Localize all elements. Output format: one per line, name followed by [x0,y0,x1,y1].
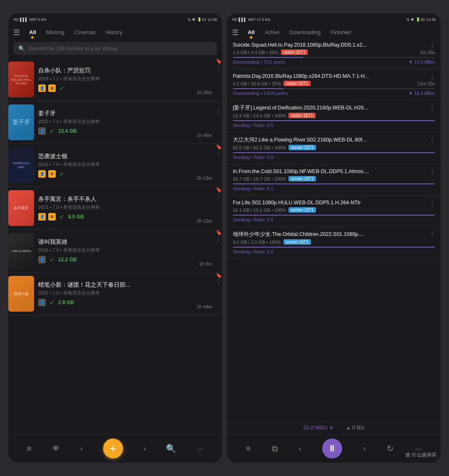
next-arrow-right[interactable]: › [363,444,366,453]
dl-status: Seeding • Ratio: 0.1 [233,186,435,191]
dl-size: 3.2 GB / 3.2 GB • 100% [233,240,281,245]
bt-icon: ✱ [192,17,195,22]
time-display: 12:46 [426,17,436,22]
dl-more-icon[interactable]: ⋮ [429,42,435,48]
tab-missing[interactable]: Missing [41,27,69,38]
file-size: 2.9 GB [58,300,74,305]
poster-hero: I AM A HERO [8,233,34,269]
network-speed: 17.4 K/s [257,17,270,22]
movie-icons: 👤 ✓ 13.4 GB [38,127,222,135]
play-pause-button[interactable]: ⏸ [322,439,342,459]
dl-progress-fill [233,247,435,248]
movie-meta: 2016 • 7.0 • 所有语言全分辨率 [38,161,222,168]
dl-meta: 16.1 GB / 16.1 GB • 100% sonarr-16T1 [233,207,435,213]
more-menu-icon[interactable]: ⋮ [215,192,222,200]
dl-status: Downloading • 14/29 peers ▼ 18.6 MB/s [233,91,435,96]
list-item[interactable]: PATRIOTS DAY 恐袭波士顿 2016 • 7.0 • 所有语言全分辨率… [8,144,222,187]
search-bar[interactable]: 🔍 Search the 196 movies in your library [13,42,217,55]
eye-icon[interactable]: 👁 [52,444,60,454]
dl-more-icon[interactable]: ⋮ [429,136,435,143]
dl-filename: 地球外少年少女.The.Orbital.Children.2022.S01.10… [233,231,429,238]
dl-more-icon[interactable]: ⋮ [429,73,435,79]
dl-status: Seeding • Ratio: 0.0 [233,155,435,160]
add-button[interactable]: + [103,439,123,459]
icon-gray: 👤 [38,127,46,135]
prev-arrow[interactable]: ‹ [80,444,83,453]
dl-tag: sonarr-16T1 [289,207,316,213]
dl-size: 1.6 GB / 4.4 GB • 35% [233,50,279,55]
list-item[interactable]: 蜡笔小新 蜡笔小新：谜团！花之天下春日部... 2021 • 7.0 • 所有语… [8,273,222,315]
dl-progress-bar [233,88,435,89]
dl-item[interactable]: Suicide.Squad.Hell.to.Pay.2018.1080p.Blu… [227,38,441,69]
more-menu-icon[interactable]: ⋮ [215,106,222,114]
movie-icons: 👤 ⚙ ✓ [38,170,222,178]
more-menu-icon[interactable]: ⋮ [215,63,222,71]
dl-title-row: Suicide.Squad.Hell.to.Pay.2018.1080p.Blu… [233,42,435,48]
dl-item[interactable]: 大江大河2.Like.a.Flowing.River.S02.2160p.WEB… [227,132,441,164]
filter-icon-right[interactable]: ≡ [246,444,251,454]
movie-info: 蜡笔小新：谜团！花之天下春日部... 2021 • 7.0 • 所有语言全分辨率… [38,281,222,306]
dl-item[interactable]: 地球外少年少女.The.Orbital.Children.2022.S01.10… [227,227,441,259]
signal-icon: ▌▌▌ [239,17,247,22]
icon-dot: ⚙ [48,84,56,92]
dl-progress-bar [233,215,435,216]
dl-item[interactable]: For.Life.S02.1080p.HULU.WEB-DL.DDP5.1.H.… [227,196,441,227]
prev-arrow-right[interactable]: ‹ [299,444,301,453]
tab-cinemas[interactable]: Cinemas [69,27,101,38]
dl-filename: In.From.the.Cold.S01.1080p.NF.WEB-DL.DDP… [233,169,429,174]
tab-all[interactable]: All [24,27,41,38]
movie-duration: 1h 44m [197,304,212,309]
more-menu-icon[interactable]: ⋮ [215,149,222,157]
speed-down-arrow: ▼ [329,425,334,430]
search-bottom-icon[interactable]: 🔍 [166,444,176,454]
right-hamburger-menu[interactable]: ☰ [232,28,239,37]
list-item[interactable]: 杀手寓言 杀手寓言：杀手不杀人 2021 • 7.0 • 所有语言全分辨率 👤 … [8,187,222,230]
dl-item[interactable]: In.From.the.Cold.S01.1080p.NF.WEB-DL.DDP… [227,164,441,196]
list-item[interactable]: I AM A HERO 请叫我英雄 2016 • 7.3 • 所有语言全分辨率 … [8,230,222,273]
movie-info: 自杀小队：严厉惩罚 2018 • 7.1 • 所有语言全分辨率 👤 ⚙ ✓ [38,67,222,92]
more-menu-icon[interactable]: ⋮ [215,235,222,243]
left-hamburger-menu[interactable]: ☰ [13,28,20,37]
file-size: 13.4 GB [58,128,77,134]
movie-meta: 2021 • 7.0 • 所有语言全分辨率 [38,204,222,211]
dl-time: 3m 39s [420,50,435,55]
dl-meta: 16.7 GB / 16.7 GB • 100% sonarr-16T1 [233,176,435,181]
next-arrow[interactable]: › [143,444,146,453]
filter-icon[interactable]: ≡ [27,444,32,454]
dl-title-row: For.Life.S02.1080p.HULU.WEB-DL.DDP5.1.H.… [233,200,435,206]
tab-finished[interactable]: Finished [326,27,356,38]
movie-duration: 2h 6m [199,261,212,266]
dl-item[interactable]: Patriots.Day.2016.BluRay.1080p.x264.DTS-… [227,69,441,100]
dl-more-icon[interactable]: ⋮ [429,231,435,237]
watermark: 值 什么值得买 [405,451,437,459]
tab-history[interactable]: History [101,27,127,38]
movie-title: 请叫我英雄 [38,238,222,246]
icon-yellow: 👤 [38,170,46,178]
dl-status-text: Seeding • Ratio: 0.1 [233,186,273,191]
list-item[interactable]: SUICIDE SQUAD HELL TO PAY 自杀小队：严厉惩罚 2018… [8,58,222,101]
dl-more-icon[interactable]: ⋮ [429,169,435,175]
movie-duration: 1h 45m [197,133,212,138]
dl-filename: Patriots.Day.2016.BluRay.1080p.x264.DTS-… [233,73,429,79]
icon-check: ✓ [58,170,66,178]
icon-gray: 👤 [38,256,46,263]
tab-downloading[interactable]: Downloading [284,27,326,38]
dl-more-icon[interactable]: ⋮ [429,200,435,206]
dl-speed: ▼ 13.3 MB/s [409,60,435,64]
tab-active[interactable]: Active [260,27,284,38]
nfc-icon: N [188,17,191,22]
copy-icon[interactable]: ⧉ [272,444,278,454]
refresh-icon[interactable]: ↻ [387,444,394,454]
dl-tag: sonarr-16T1 [284,239,311,245]
poster-jiangziya: 姜子牙 [8,104,34,140]
movie-info: 姜子牙 2020 • 7.4 • 所有语言全分辨率 👤 ✓ 13.4 GB [38,110,222,135]
movie-meta: 2016 • 7.3 • 所有语言全分辨率 [38,247,222,253]
more-menu-icon[interactable]: ⋮ [215,278,222,285]
dl-more-icon[interactable]: ⋮ [429,104,435,111]
more-icon[interactable]: ··· [197,444,204,454]
right-nav-tabs: ☰ All Active Downloading Finished [227,25,441,38]
list-item[interactable]: 姜子牙 姜子牙 2020 • 7.4 • 所有语言全分辨率 👤 ✓ 13.4 G… [8,101,222,144]
dl-item[interactable]: [姜子牙].Legend.of.Deification.2020.2160p.W… [227,100,441,132]
tab-all-right[interactable]: All [243,27,260,38]
movie-icons: 👤 ⚙ ✓ [38,84,222,92]
